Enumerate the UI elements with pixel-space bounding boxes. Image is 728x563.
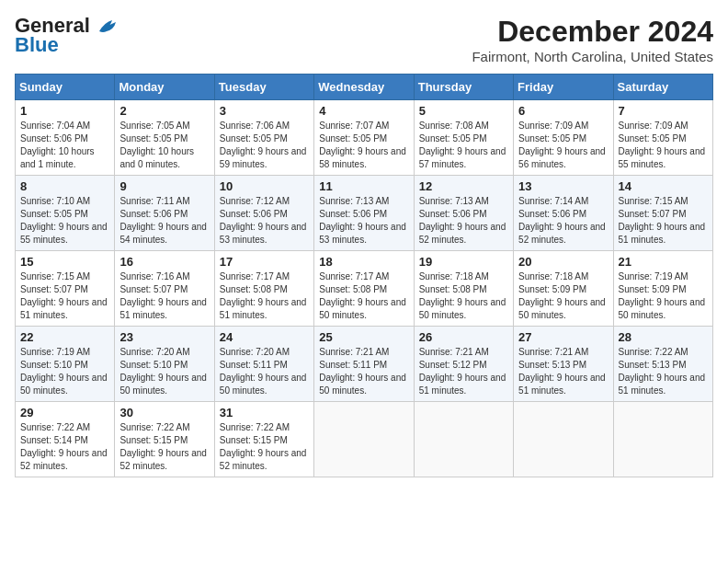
day-info: Sunrise: 7:15 AM Sunset: 5:07 PM Dayligh… (619, 195, 708, 247)
day-number: 18 (319, 255, 408, 269)
day-info: Sunrise: 7:17 AM Sunset: 5:08 PM Dayligh… (319, 270, 408, 322)
calendar-cell (514, 402, 613, 477)
day-number: 14 (619, 179, 708, 193)
calendar-cell: 3Sunrise: 7:06 AM Sunset: 5:05 PM Daylig… (214, 100, 313, 176)
day-number: 3 (220, 104, 309, 118)
main-title: December 2024 (472, 15, 713, 49)
day-number: 9 (119, 179, 209, 193)
day-info: Sunrise: 7:20 AM Sunset: 5:10 PM Dayligh… (119, 346, 209, 397)
day-number: 29 (20, 406, 109, 419)
day-number: 4 (319, 104, 408, 118)
calendar-cell: 25Sunrise: 7:21 AM Sunset: 5:11 PM Dayli… (314, 327, 414, 402)
day-info: Sunrise: 7:13 AM Sunset: 5:06 PM Dayligh… (319, 195, 408, 247)
day-info: Sunrise: 7:21 AM Sunset: 5:12 PM Dayligh… (419, 346, 508, 397)
day-info: Sunrise: 7:16 AM Sunset: 5:07 PM Dayligh… (119, 270, 209, 322)
day-number: 13 (518, 179, 608, 193)
day-info: Sunrise: 7:07 AM Sunset: 5:05 PM Dayligh… (319, 120, 408, 171)
day-info: Sunrise: 7:11 AM Sunset: 5:06 PM Dayligh… (119, 195, 209, 247)
day-info: Sunrise: 7:18 AM Sunset: 5:09 PM Dayligh… (518, 270, 608, 322)
col-header-thursday: Thursday (414, 75, 513, 100)
day-info: Sunrise: 7:19 AM Sunset: 5:09 PM Dayligh… (619, 270, 708, 322)
day-info: Sunrise: 7:22 AM Sunset: 5:13 PM Dayligh… (619, 346, 708, 397)
calendar-cell (314, 402, 414, 477)
col-header-sunday: Sunday (16, 75, 115, 100)
day-number: 17 (220, 255, 309, 269)
calendar-cell: 16Sunrise: 7:16 AM Sunset: 5:07 PM Dayli… (115, 251, 214, 327)
day-number: 22 (20, 330, 109, 344)
calendar-cell (414, 402, 513, 477)
day-info: Sunrise: 7:13 AM Sunset: 5:06 PM Dayligh… (419, 195, 508, 247)
day-info: Sunrise: 7:19 AM Sunset: 5:10 PM Dayligh… (20, 346, 109, 397)
day-number: 27 (518, 330, 608, 344)
day-number: 24 (220, 330, 309, 344)
day-number: 26 (419, 330, 508, 344)
day-number: 7 (619, 104, 708, 118)
calendar-cell: 11Sunrise: 7:13 AM Sunset: 5:06 PM Dayli… (314, 176, 414, 251)
day-info: Sunrise: 7:05 AM Sunset: 5:05 PM Dayligh… (119, 120, 209, 171)
col-header-monday: Monday (115, 75, 214, 100)
calendar-cell: 19Sunrise: 7:18 AM Sunset: 5:08 PM Dayli… (414, 251, 513, 327)
calendar-cell: 26Sunrise: 7:21 AM Sunset: 5:12 PM Dayli… (414, 327, 513, 402)
calendar-cell: 24Sunrise: 7:20 AM Sunset: 5:11 PM Dayli… (214, 327, 313, 402)
calendar-cell: 13Sunrise: 7:14 AM Sunset: 5:06 PM Dayli… (514, 176, 613, 251)
col-header-tuesday: Tuesday (214, 75, 313, 100)
calendar-cell: 31Sunrise: 7:22 AM Sunset: 5:15 PM Dayli… (214, 402, 313, 477)
day-number: 12 (419, 179, 508, 193)
day-info: Sunrise: 7:06 AM Sunset: 5:05 PM Dayligh… (220, 120, 309, 171)
calendar-cell: 8Sunrise: 7:10 AM Sunset: 5:05 PM Daylig… (16, 176, 115, 251)
day-number: 15 (20, 255, 109, 269)
day-info: Sunrise: 7:09 AM Sunset: 5:05 PM Dayligh… (518, 120, 608, 171)
calendar-cell: 28Sunrise: 7:22 AM Sunset: 5:13 PM Dayli… (613, 327, 712, 402)
title-block: December 2024 Fairmont, North Carolina, … (472, 15, 713, 64)
calendar-cell: 10Sunrise: 7:12 AM Sunset: 5:06 PM Dayli… (214, 176, 313, 251)
calendar-cell: 2Sunrise: 7:05 AM Sunset: 5:05 PM Daylig… (115, 100, 214, 176)
day-number: 21 (619, 255, 708, 269)
col-header-wednesday: Wednesday (314, 75, 414, 100)
day-number: 6 (518, 104, 608, 118)
day-info: Sunrise: 7:21 AM Sunset: 5:13 PM Dayligh… (518, 346, 608, 397)
day-number: 23 (119, 330, 209, 344)
calendar-cell: 17Sunrise: 7:17 AM Sunset: 5:08 PM Dayli… (214, 251, 313, 327)
subtitle: Fairmont, North Carolina, United States (472, 49, 713, 64)
logo-bird-icon (97, 18, 118, 35)
col-header-saturday: Saturday (613, 75, 712, 100)
day-info: Sunrise: 7:04 AM Sunset: 5:06 PM Dayligh… (20, 120, 109, 171)
calendar-cell: 14Sunrise: 7:15 AM Sunset: 5:07 PM Dayli… (613, 176, 712, 251)
calendar-cell: 18Sunrise: 7:17 AM Sunset: 5:08 PM Dayli… (314, 251, 414, 327)
day-info: Sunrise: 7:17 AM Sunset: 5:08 PM Dayligh… (220, 270, 309, 322)
day-number: 1 (20, 104, 109, 118)
calendar-cell: 21Sunrise: 7:19 AM Sunset: 5:09 PM Dayli… (613, 251, 712, 327)
day-number: 5 (419, 104, 508, 118)
calendar-cell: 30Sunrise: 7:22 AM Sunset: 5:15 PM Dayli… (115, 402, 214, 477)
col-header-friday: Friday (514, 75, 613, 100)
day-info: Sunrise: 7:20 AM Sunset: 5:11 PM Dayligh… (220, 346, 309, 397)
calendar-cell: 15Sunrise: 7:15 AM Sunset: 5:07 PM Dayli… (16, 251, 115, 327)
day-info: Sunrise: 7:18 AM Sunset: 5:08 PM Dayligh… (419, 270, 508, 322)
day-number: 8 (20, 179, 109, 193)
calendar-cell: 29Sunrise: 7:22 AM Sunset: 5:14 PM Dayli… (16, 402, 115, 477)
day-info: Sunrise: 7:08 AM Sunset: 5:05 PM Dayligh… (419, 120, 508, 171)
calendar-cell: 22Sunrise: 7:19 AM Sunset: 5:10 PM Dayli… (16, 327, 115, 402)
day-info: Sunrise: 7:22 AM Sunset: 5:14 PM Dayligh… (20, 421, 109, 473)
day-number: 11 (319, 179, 408, 193)
calendar-cell: 12Sunrise: 7:13 AM Sunset: 5:06 PM Dayli… (414, 176, 513, 251)
day-number: 2 (119, 104, 209, 118)
day-info: Sunrise: 7:22 AM Sunset: 5:15 PM Dayligh… (220, 421, 309, 473)
calendar-cell: 27Sunrise: 7:21 AM Sunset: 5:13 PM Dayli… (514, 327, 613, 402)
day-info: Sunrise: 7:10 AM Sunset: 5:05 PM Dayligh… (20, 195, 109, 247)
day-info: Sunrise: 7:14 AM Sunset: 5:06 PM Dayligh… (518, 195, 608, 247)
calendar-cell: 5Sunrise: 7:08 AM Sunset: 5:05 PM Daylig… (414, 100, 513, 176)
day-number: 19 (419, 255, 508, 269)
day-info: Sunrise: 7:12 AM Sunset: 5:06 PM Dayligh… (220, 195, 309, 247)
calendar-cell: 7Sunrise: 7:09 AM Sunset: 5:05 PM Daylig… (613, 100, 712, 176)
calendar-cell: 20Sunrise: 7:18 AM Sunset: 5:09 PM Dayli… (514, 251, 613, 327)
calendar-table: SundayMondayTuesdayWednesdayThursdayFrid… (15, 74, 713, 477)
logo: General Blue (15, 15, 118, 57)
day-number: 10 (220, 179, 309, 193)
day-number: 25 (319, 330, 408, 344)
calendar-cell: 4Sunrise: 7:07 AM Sunset: 5:05 PM Daylig… (314, 100, 414, 176)
day-number: 31 (220, 406, 309, 419)
day-number: 20 (518, 255, 608, 269)
day-number: 30 (119, 406, 209, 419)
calendar-cell: 6Sunrise: 7:09 AM Sunset: 5:05 PM Daylig… (514, 100, 613, 176)
